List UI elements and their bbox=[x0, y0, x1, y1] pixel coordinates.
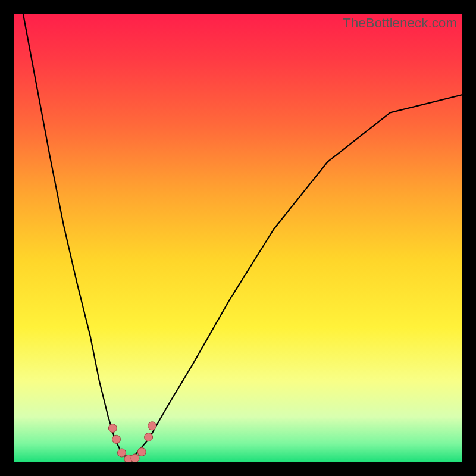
highlight-marker bbox=[108, 424, 117, 433]
highlight-marker bbox=[118, 449, 126, 457]
highlight-marker bbox=[131, 454, 139, 462]
highlight-marker bbox=[137, 448, 146, 456]
watermark-text: TheBottleneck.com bbox=[343, 15, 457, 31]
highlight-marker bbox=[145, 433, 153, 441]
plot-frame: TheBottleneck.com bbox=[14, 14, 462, 462]
chart-svg bbox=[14, 14, 462, 462]
highlight-marker bbox=[148, 422, 156, 430]
highlight-marker bbox=[112, 435, 121, 443]
gradient-background bbox=[14, 14, 462, 462]
